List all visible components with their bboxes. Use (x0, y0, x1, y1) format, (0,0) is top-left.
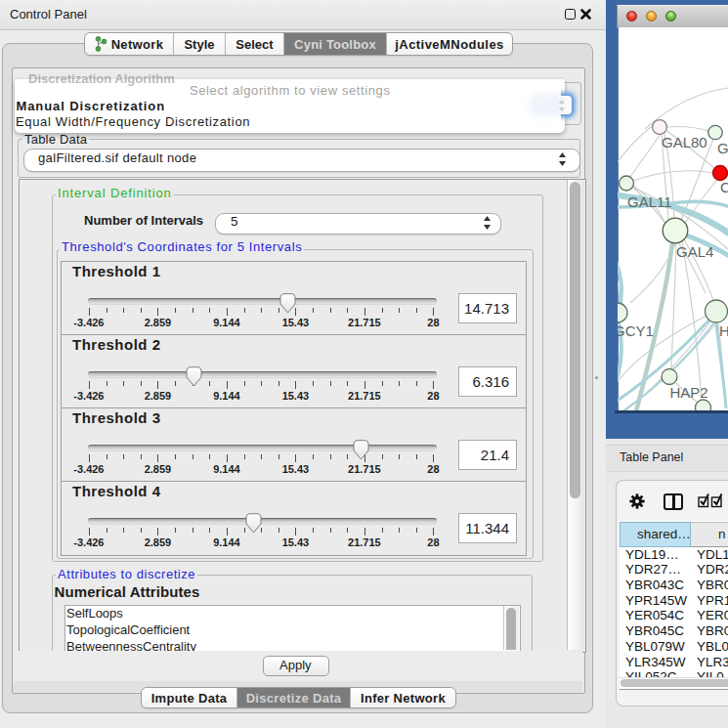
svg-text:HAP2: HAP2 (670, 384, 708, 401)
svg-text:G: G (717, 140, 728, 156)
svg-text:GCY1: GCY1 (618, 322, 654, 339)
svg-text:GAL11: GAL11 (627, 193, 672, 210)
svg-text:H: H (719, 322, 728, 339)
svg-text:C: C (720, 179, 728, 195)
svg-text:GAL4: GAL4 (676, 243, 713, 260)
svg-text:GAL80: GAL80 (662, 134, 707, 150)
